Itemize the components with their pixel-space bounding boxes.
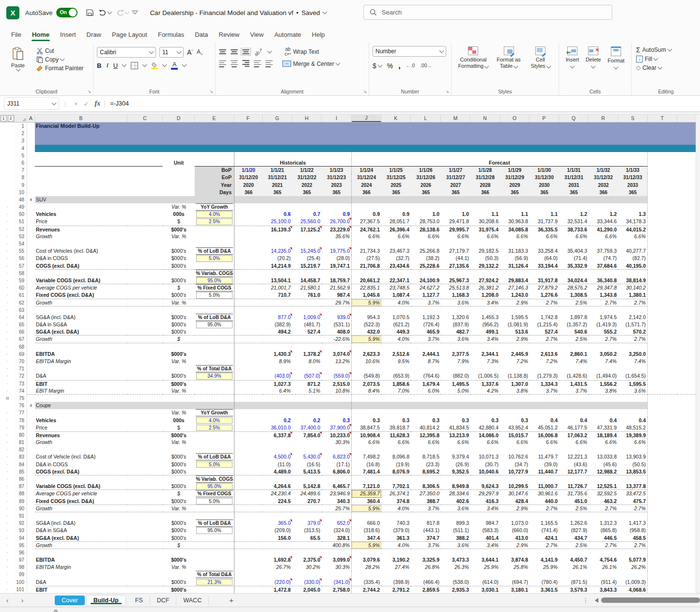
cell-G97[interactable]: 1,692.8: [263, 556, 292, 564]
cell-E67[interactable]: [195, 336, 234, 343]
cell-G92[interactable]: 365.0: [263, 520, 292, 527]
cell-J53[interactable]: 6.6%: [352, 233, 381, 240]
increase-indent-icon[interactable]: [265, 61, 273, 67]
cell-B50[interactable]: Vehicles: [35, 211, 127, 218]
cell-P57[interactable]: 33,194.4: [529, 262, 559, 270]
outline-gutter[interactable]: ·: [0, 549, 15, 556]
cell-M50[interactable]: 1.0: [441, 211, 470, 218]
cell-P54[interactable]: [529, 240, 559, 247]
row-header-6[interactable]: 6: [15, 159, 27, 167]
cell-O73[interactable]: 1,307.0: [500, 380, 529, 387]
cell-S74[interactable]: 3.6%: [618, 387, 648, 395]
row-header-66[interactable]: 66: [15, 328, 27, 336]
row-header-8[interactable]: 8: [15, 174, 27, 181]
cell-H77[interactable]: [292, 409, 322, 416]
cell-M97[interactable]: 3,473.3: [441, 556, 470, 564]
cell-L10[interactable]: 365: [411, 189, 441, 196]
cell-P100[interactable]: (780.4): [529, 579, 559, 586]
cell-R97[interactable]: 4,754.6: [589, 556, 618, 564]
cell-I59[interactable]: 18,759.7: [322, 277, 352, 284]
row-header-91[interactable]: 91: [15, 512, 27, 520]
cell-N64[interactable]: 1,455.3: [470, 314, 500, 321]
cell-L98[interactable]: 26.8%: [411, 564, 441, 571]
cell-B77[interactable]: [35, 409, 127, 416]
cell-S56[interactable]: (82.7): [618, 255, 648, 262]
cell-B76[interactable]: Coupe: [35, 402, 127, 409]
cell-N77[interactable]: [470, 409, 500, 416]
cell-S7[interactable]: 1/1/33: [618, 167, 648, 174]
cell-M99[interactable]: [441, 571, 470, 578]
col-header-K[interactable]: K: [381, 115, 411, 122]
cell-H92[interactable]: 379.0: [292, 520, 322, 527]
assumption-input-E79[interactable]: 2.5%: [196, 425, 233, 431]
cell-I65[interactable]: (531.1): [322, 321, 352, 328]
cell-R53[interactable]: 6.6%: [589, 233, 618, 240]
cell-K9[interactable]: 2025: [381, 182, 411, 189]
shrink-font-button[interactable]: Av: [197, 48, 202, 56]
cell-E64[interactable]: % of LoB D&A: [195, 314, 234, 321]
cell-M53[interactable]: 6.6%: [441, 233, 470, 240]
cell-R94[interactable]: 446.5: [589, 535, 618, 542]
cell-E74[interactable]: [195, 387, 234, 395]
cell-E98[interactable]: [195, 564, 234, 571]
cell-N83[interactable]: 10,071.3: [470, 453, 500, 460]
cell-O95[interactable]: 2.9%: [500, 542, 529, 549]
cell-P74[interactable]: 3.7%: [529, 387, 559, 395]
assumption-input-E61[interactable]: 5.0%: [196, 292, 233, 299]
cell-R82[interactable]: [589, 446, 618, 453]
cell-O51[interactable]: 30,963.8: [500, 218, 529, 225]
cell-K76[interactable]: [381, 402, 411, 409]
cell-J97[interactable]: 3,079.6: [352, 556, 381, 564]
cell-E61[interactable]: 5.0%: [195, 291, 234, 299]
cell-M65[interactable]: (837.9): [441, 321, 470, 328]
cell-Q66[interactable]: 540.6: [559, 328, 589, 336]
cell-L70[interactable]: 8.7%: [411, 358, 441, 365]
cell-G75[interactable]: [263, 395, 292, 402]
cell-P58[interactable]: [529, 270, 559, 277]
cell-N86[interactable]: [470, 475, 500, 483]
cell-Q68[interactable]: [559, 343, 589, 351]
cell-H90[interactable]: [292, 505, 322, 512]
cell-H78[interactable]: 0.2: [292, 417, 322, 424]
cell-E50[interactable]: 4.0%: [195, 211, 234, 218]
align-middle-icon[interactable]: [231, 49, 238, 54]
cell-H91[interactable]: [292, 512, 322, 520]
cell-J50[interactable]: 0.9: [352, 211, 381, 218]
cell-I94[interactable]: 328.1: [322, 535, 352, 542]
autosum-button[interactable]: Σ AutoSum: [636, 46, 697, 54]
cell-S97[interactable]: 5,077.9: [618, 556, 648, 564]
cell-G7[interactable]: 1/1/21: [263, 167, 292, 174]
outline-gutter[interactable]: ·: [0, 343, 15, 351]
cell-P7[interactable]: 1/1/30: [529, 167, 559, 174]
cell-K62[interactable]: 4.0%: [381, 299, 411, 306]
cell-F9[interactable]: 2020: [234, 182, 263, 189]
menu-tab-draw[interactable]: Draw: [81, 28, 107, 43]
cell-L64[interactable]: 1,192.3: [411, 314, 441, 321]
cell-E52[interactable]: [195, 226, 234, 233]
cell-B82[interactable]: [35, 446, 127, 453]
cell-H84[interactable]: (16.5): [292, 461, 322, 468]
cell-Q56[interactable]: (71.4): [559, 255, 589, 262]
cell-S98[interactable]: 26.2%: [618, 564, 648, 571]
assumption-input-E56[interactable]: 5.0%: [196, 255, 233, 262]
outline-gutter[interactable]: ·: [0, 417, 15, 424]
cell-O93[interactable]: (660.0): [500, 527, 529, 534]
cell-G90[interactable]: [263, 505, 292, 512]
cell-J7[interactable]: 1/1/24: [352, 167, 381, 174]
cell-M72[interactable]: (882.0): [441, 372, 470, 380]
cell-O97[interactable]: 3,874.8: [500, 556, 529, 564]
cell-M71[interactable]: [441, 365, 470, 372]
cell-O60[interactable]: 27,146.3: [500, 284, 529, 291]
assumption-input-E100[interactable]: 21.3%: [196, 579, 233, 586]
cell-P92[interactable]: 1,165.5: [529, 520, 559, 527]
format-painter-button[interactable]: Format Painter: [36, 65, 83, 72]
col-header-C[interactable]: C: [127, 115, 163, 122]
cell-Q85[interactable]: 12,177.7: [559, 468, 589, 475]
cell-P63[interactable]: [529, 306, 559, 314]
fill-button[interactable]: ↓ Fill: [636, 56, 697, 62]
assumption-input-E59[interactable]: 95.0%: [196, 277, 233, 284]
row-header-4[interactable]: 4: [15, 145, 27, 152]
cell-E97[interactable]: [195, 556, 234, 564]
cell-R96[interactable]: [589, 549, 618, 556]
cell-H8[interactable]: 31/12/22: [292, 174, 322, 181]
